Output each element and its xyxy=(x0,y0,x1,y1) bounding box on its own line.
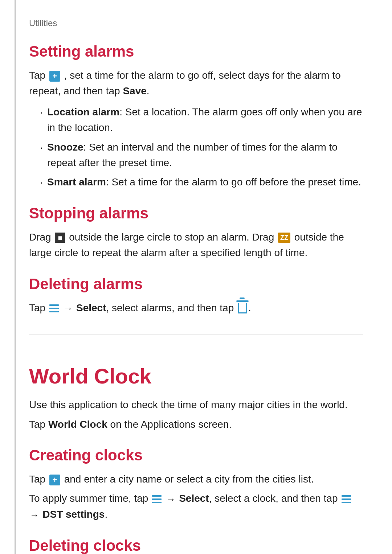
utilities-label: Utilities xyxy=(29,18,363,28)
world-clock-section: World Clock Use this application to chec… xyxy=(29,334,363,432)
creating-clocks-text1: Tap + and enter a city name or select a … xyxy=(29,471,363,487)
trash-icon xyxy=(238,303,247,313)
setting-alarms-intro: Tap + , set a time for the alarm to go o… xyxy=(29,67,363,99)
creating-clocks-heading: Creating clocks xyxy=(29,447,363,464)
deleting-alarms-heading: Deleting alarms xyxy=(29,275,363,293)
world-clock-desc1: Use this application to check the time o… xyxy=(29,397,363,413)
stopping-alarms-heading: Stopping alarms xyxy=(29,205,363,222)
creating-clocks-text2: To apply summer time, tap → Select, sele… xyxy=(29,491,363,522)
plus-icon-2: + xyxy=(49,475,60,485)
world-clock-desc2: Tap World Clock on the Applications scre… xyxy=(29,416,363,432)
stop-icon: ■ xyxy=(55,233,65,243)
zz-icon: ZZ xyxy=(278,233,290,243)
setting-alarms-heading: Setting alarms xyxy=(29,43,363,60)
stopping-alarms-text: Drag ■ outside the large circle to stop … xyxy=(29,229,363,261)
menu-icon-2 xyxy=(152,495,162,503)
bullet-smart-alarm: Smart alarm: Set a time for the alarm to… xyxy=(40,174,363,190)
bullet-snooze: Snooze: Set an interval and the number o… xyxy=(40,139,363,171)
deleting-clocks-heading: Deleting clocks xyxy=(29,537,363,554)
menu-icon xyxy=(49,304,59,312)
world-clock-heading: World Clock xyxy=(29,364,363,388)
deleting-alarms-text: Tap → Select, select alarms, and then ta… xyxy=(29,300,363,316)
plus-icon: + xyxy=(49,71,60,82)
bullet-location-alarm: Location alarm: Set a location. The alar… xyxy=(40,104,363,136)
menu-icon-3 xyxy=(342,495,351,503)
setting-alarms-bullets: Location alarm: Set a location. The alar… xyxy=(40,104,363,190)
